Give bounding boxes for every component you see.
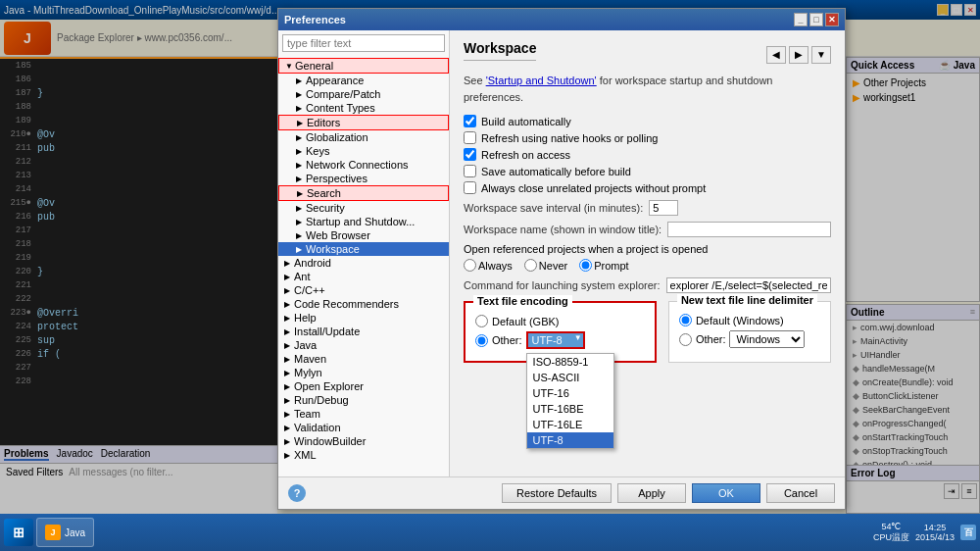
checkbox-row-build_auto: Build automatically bbox=[464, 115, 831, 127]
tree-item-run_debug[interactable]: ▶ Run/Debug bbox=[278, 393, 449, 407]
tree-item-perspectives[interactable]: ▶ Perspectives bbox=[278, 172, 449, 185]
tree-item-keys[interactable]: ▶ Keys bbox=[278, 144, 449, 158]
start-button[interactable]: ⊞ bbox=[4, 519, 33, 546]
tree-item-help[interactable]: ▶ Help bbox=[278, 311, 449, 325]
tree-item-globalization[interactable]: ▶ Globalization bbox=[278, 130, 449, 144]
checkbox-build_auto[interactable] bbox=[464, 115, 476, 127]
tree-content: ▼ General▶ Appearance▶ Compare/Patch▶ Co… bbox=[278, 56, 449, 476]
tree-item-ant[interactable]: ▶ Ant bbox=[278, 270, 449, 283]
dialog-minimize[interactable]: _ bbox=[794, 13, 808, 26]
content-panel: Workspace ◀ ▶ ▼ See 'Startup and Shutdow… bbox=[450, 30, 845, 476]
radio-nl-default[interactable] bbox=[679, 314, 692, 326]
tree-item-compare_patch[interactable]: ▶ Compare/Patch bbox=[278, 87, 449, 101]
tree-item-validation[interactable]: ▶ Validation bbox=[278, 421, 449, 434]
tree-item-editors[interactable]: ▶ Editors bbox=[278, 115, 449, 130]
tree-item-code_recommenders[interactable]: ▶ Code Recommenders bbox=[278, 297, 449, 311]
help-button[interactable]: ? bbox=[288, 484, 306, 502]
enc-option-ascii[interactable]: US-ASCII bbox=[527, 370, 613, 385]
tree-item-startup_shutdown[interactable]: ▶ Startup and Shutdow... bbox=[278, 215, 449, 228]
baidu-icon[interactable]: 百 bbox=[960, 525, 976, 540]
encoding-dropdown-container: UTF-8 ▼ ISO-8859-1 US-ASCII UTF-16 UTF-1… bbox=[526, 331, 585, 349]
tree-item-open_explorer[interactable]: ▶ Open Explorer bbox=[278, 379, 449, 393]
tree-item-network_connections[interactable]: ▶ Network Connections bbox=[278, 158, 449, 172]
dialog-maximize[interactable]: □ bbox=[809, 13, 823, 26]
clock: 14:25 2015/4/13 bbox=[915, 523, 955, 542]
checkbox-row-close_unrelated: Always close unrelated projects without … bbox=[464, 181, 831, 194]
command-row: Command for launching system explorer: bbox=[464, 277, 831, 293]
encoding-dropdown-btn[interactable]: UTF-8 bbox=[526, 331, 585, 349]
ok-button[interactable]: OK bbox=[692, 483, 760, 503]
checkbox-refresh_native[interactable] bbox=[464, 131, 476, 144]
radio-prompt[interactable] bbox=[579, 259, 592, 272]
nav-dropdown[interactable]: ▼ bbox=[811, 46, 831, 64]
tree-item-workspace[interactable]: ▶ Workspace bbox=[278, 242, 449, 256]
label-enc-other: Other: bbox=[492, 334, 522, 346]
enc-option-utf16[interactable]: UTF-16 bbox=[527, 385, 613, 401]
label-prompt: Prompt bbox=[594, 260, 628, 272]
tree-panel: ▼ General▶ Appearance▶ Compare/Patch▶ Co… bbox=[278, 30, 450, 476]
tree-item-cpp[interactable]: ▶ C/C++ bbox=[278, 283, 449, 297]
preferences-dialog: Preferences _ □ ✕ ▼ General▶ Appearance▶… bbox=[277, 8, 846, 510]
tree-item-general[interactable]: ▼ General bbox=[278, 58, 449, 74]
workspace-name-label: Workspace name (shown in window title): bbox=[464, 224, 662, 235]
workspace-name-input[interactable] bbox=[667, 222, 831, 237]
tree-item-java[interactable]: ▶ Java bbox=[278, 338, 449, 352]
newline-dropdown[interactable]: Windows Unix Mac OS X bbox=[729, 330, 805, 348]
checkbox-close_unrelated[interactable] bbox=[464, 181, 476, 194]
workspace-name-row: Workspace name (shown in window title): bbox=[464, 222, 831, 237]
label-always: Always bbox=[478, 260, 513, 272]
taskbar-java-btn[interactable]: J Java bbox=[36, 518, 94, 547]
dialog-title: Preferences bbox=[284, 14, 346, 25]
tree-item-windowbuilder[interactable]: ▶ WindowBuilder bbox=[278, 434, 449, 448]
tree-item-team[interactable]: ▶ Team bbox=[278, 407, 449, 421]
restore-defaults-button[interactable]: Restore Defaults bbox=[502, 483, 612, 503]
tree-item-mylyn[interactable]: ▶ Mylyn bbox=[278, 366, 449, 379]
newline-section-title: New text file line delimiter bbox=[677, 294, 817, 306]
enc-option-utf8[interactable]: UTF-8 bbox=[527, 432, 613, 448]
label-nl-other: Other: bbox=[696, 333, 726, 345]
dialog-close[interactable]: ✕ bbox=[825, 13, 839, 26]
radio-enc-default[interactable] bbox=[475, 315, 488, 327]
tree-item-android[interactable]: ▶ Android bbox=[278, 256, 449, 270]
checkbox-save_before_build[interactable] bbox=[464, 165, 476, 177]
enc-option-iso[interactable]: ISO-8859-1 bbox=[527, 354, 613, 370]
tree-item-security[interactable]: ▶ Security bbox=[278, 201, 449, 215]
tree-item-install_update[interactable]: ▶ Install/Update bbox=[278, 325, 449, 338]
encoding-section-title: Text file encoding bbox=[473, 295, 572, 307]
nav-back[interactable]: ◀ bbox=[766, 46, 786, 64]
tree-item-xml[interactable]: ▶ XML bbox=[278, 448, 449, 462]
label-enc-default: Default (GBK) bbox=[492, 316, 559, 327]
checkbox-row-save_before_build: Save automatically before build bbox=[464, 165, 831, 177]
radio-nl-other[interactable] bbox=[679, 333, 692, 346]
label-refresh_access: Refresh on access bbox=[481, 149, 570, 161]
newline-section: New text file line delimiter Default (Wi… bbox=[668, 301, 831, 363]
command-input[interactable] bbox=[666, 277, 831, 293]
tree-item-search[interactable]: ▶ Search bbox=[278, 185, 449, 201]
tree-item-appearance[interactable]: ▶ Appearance bbox=[278, 74, 449, 87]
nav-forward[interactable]: ▶ bbox=[789, 46, 808, 64]
tree-item-web_browser[interactable]: ▶ Web Browser bbox=[278, 228, 449, 242]
startup-shutdown-link[interactable]: 'Startup and Shutdown' bbox=[486, 75, 597, 86]
dialog-title-buttons: _ □ ✕ bbox=[794, 13, 839, 26]
encoding-section: Text file encoding Default (GBK) Other: … bbox=[464, 301, 657, 363]
cancel-button[interactable]: Cancel bbox=[766, 483, 835, 503]
radio-always[interactable] bbox=[464, 259, 476, 272]
radio-never[interactable] bbox=[524, 259, 537, 272]
save-interval-label: Workspace save interval (in minutes): bbox=[464, 202, 643, 214]
checkbox-refresh_access[interactable] bbox=[464, 148, 476, 161]
save-interval-input[interactable] bbox=[649, 200, 678, 216]
radio-enc-other[interactable] bbox=[475, 334, 488, 347]
enc-option-utf16le[interactable]: UTF-16LE bbox=[527, 417, 613, 432]
label-save_before_build: Save automatically before build bbox=[481, 166, 631, 177]
label-close_unrelated: Always close unrelated projects without … bbox=[481, 182, 706, 194]
checkbox-row-refresh_native: Refresh using native hooks or polling bbox=[464, 131, 831, 144]
cpu-temp: 54℃ CPU温度 bbox=[873, 522, 909, 544]
tree-item-maven[interactable]: ▶ Maven bbox=[278, 352, 449, 366]
filter-input[interactable] bbox=[282, 34, 445, 52]
enc-option-utf16be[interactable]: UTF-16BE bbox=[527, 401, 613, 417]
dialog-footer: ? Restore Defaults Apply OK Cancel bbox=[278, 476, 845, 509]
apply-button[interactable]: Apply bbox=[617, 483, 686, 503]
tree-item-content_types[interactable]: ▶ Content Types bbox=[278, 101, 449, 115]
save-interval-row: Workspace save interval (in minutes): bbox=[464, 200, 831, 216]
checkboxes-container: Build automatically Refresh using native… bbox=[464, 115, 831, 194]
